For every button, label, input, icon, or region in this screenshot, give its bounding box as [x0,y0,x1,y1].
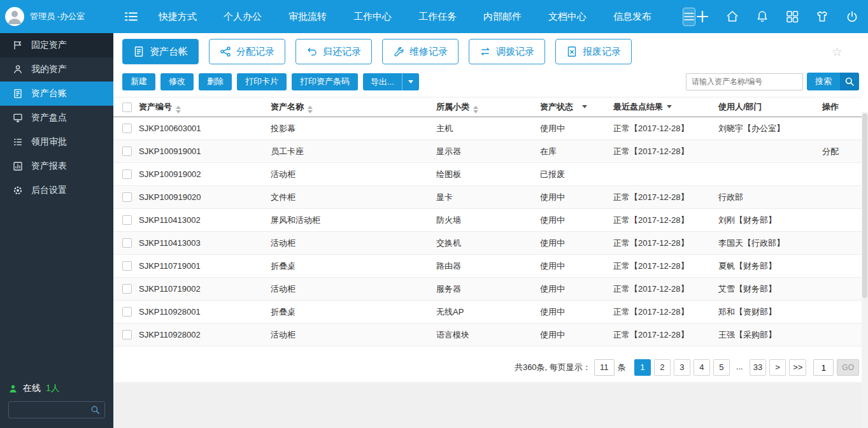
row-checkbox[interactable] [122,215,132,225]
vertical-scrollbar[interactable] [862,112,868,428]
select-all-checkbox[interactable] [122,103,132,112]
row-checkbox[interactable] [122,124,132,133]
sidebar-search-input[interactable] [13,406,90,415]
nav-item-info-publish[interactable]: 信息发布 [600,0,665,33]
online-status[interactable]: 在线 1人 [8,383,105,394]
add-icon[interactable] [695,10,709,24]
page-button-2[interactable]: 2 [654,359,671,376]
theme-shirt-icon[interactable] [815,10,829,24]
row-action[interactable] [818,209,862,232]
table-row[interactable]: SJKP110928002 活动柜 语言模块 使用中 正常【2017-12-28… [113,324,862,346]
row-checkbox[interactable] [122,192,132,202]
row-checkbox[interactable] [122,169,132,179]
edit-button[interactable]: 修改 [160,73,194,90]
sidebar-item-asset-ledger[interactable]: 资产台账 [0,82,113,106]
tab-transfer-records[interactable]: 调拨记录 [469,39,545,64]
row-checkbox[interactable] [122,284,132,294]
sidebar-item-my-assets[interactable]: 我的资产 [0,57,113,82]
page-button-3[interactable]: 3 [674,359,690,376]
page-button-33[interactable]: 33 [750,359,766,376]
row-checkbox[interactable] [122,238,132,248]
row-action[interactable] [818,232,862,255]
table-row[interactable]: SJKP110928001 折叠桌 无线AP 使用中 正常【2017-12-28… [113,301,862,324]
nav-item-work-center[interactable]: 工作中心 [340,0,405,33]
table-row[interactable]: SJKP100919002 活动柜 绘图板 已报废 [113,163,862,186]
hamburger-menu-button[interactable] [683,8,695,26]
row-checkbox[interactable] [122,330,132,339]
go-button[interactable]: GO [837,359,859,376]
new-button[interactable]: 新建 [122,73,155,90]
favorite-star-icon[interactable]: ☆ [832,45,843,59]
bell-icon[interactable] [755,10,769,24]
tab-allocation-records[interactable]: 分配记录 [209,39,285,64]
nav-item-approval-flow[interactable]: 审批流转 [275,0,340,33]
page-button-1[interactable]: 1 [634,359,651,376]
scrollbar-thumb[interactable] [862,113,867,298]
row-checkbox[interactable] [122,146,132,156]
export-dropdown-caret[interactable] [402,73,419,90]
sidebar-item-label: 领用审批 [31,136,67,148]
print-barcode-button[interactable]: 打印资产条码 [292,73,358,90]
sidebar-item-settings[interactable]: 后台设置 [0,178,113,203]
sidebar-search-icon[interactable] [90,405,100,415]
table-row[interactable]: SJKP100603001 投影幕 主机 使用中 正常【2017-12-28】 … [113,117,862,140]
row-action[interactable] [818,163,862,186]
row-action[interactable] [818,117,862,140]
nav-item-personal-office[interactable]: 个人办公 [210,0,275,33]
export-button[interactable]: 导出... [363,73,419,90]
table-row[interactable]: SJKP100919001 员工卡座 显示器 在库 正常【2017-12-28】… [113,140,862,163]
row-action[interactable] [818,301,862,324]
sort-icon[interactable] [308,106,313,113]
sidebar-item-requisition-approval[interactable]: 领用审批 [0,130,113,154]
row-checkbox[interactable] [122,307,132,317]
home-icon[interactable] [725,10,739,24]
print-card-button[interactable]: 打印卡片 [237,73,287,90]
apps-grid-icon[interactable] [785,10,799,24]
sort-icon[interactable] [176,106,181,113]
row-action[interactable] [818,186,862,209]
next-page-button[interactable]: > [769,359,786,376]
tab-asset-ledger[interactable]: 资产台帐 [122,39,199,64]
delete-button[interactable]: 删除 [199,73,232,90]
filter-caret-icon[interactable] [582,105,587,108]
page-size-selector[interactable]: 11 [594,359,615,376]
tab-scrap-records[interactable]: 报废记录 [555,39,632,64]
avatar[interactable] [5,7,24,26]
nav-item-document-center[interactable]: 文档中心 [535,0,600,33]
tab-return-records[interactable]: 归还记录 [295,39,372,64]
table-row[interactable]: SJKP100919020 文件柜 显卡 使用中 正常【2017-12-28】 … [113,186,862,209]
row-action[interactable] [818,278,862,301]
sidebar-item-asset-reports[interactable]: 资产报表 [0,154,113,178]
asset-search-input[interactable] [686,73,803,90]
goto-page-input[interactable] [813,359,834,376]
row-action[interactable] [818,255,862,278]
sidebar-item-asset-inventory[interactable]: 资产盘点 [0,106,113,130]
nav-item-work-tasks[interactable]: 工作任务 [405,0,470,33]
filter-caret-icon[interactable] [667,105,672,108]
row-action-allocate[interactable]: 分配 [818,140,862,163]
menu-list-icon[interactable] [124,10,139,24]
header-category[interactable]: 所属小类 [436,97,540,117]
power-icon[interactable] [845,10,859,24]
nav-item-internal-mail[interactable]: 内部邮件 [470,0,535,33]
nav-item-shortcuts[interactable]: 快捷方式 [145,0,210,33]
header-asset-name[interactable]: 资产名称 [271,97,436,117]
page-button-4[interactable]: 4 [694,359,710,376]
sort-icon[interactable] [473,106,478,113]
header-asset-code[interactable]: 资产编号 [139,97,271,117]
user-area[interactable]: 管理员 -办公室 [0,7,113,26]
header-status[interactable]: 资产状态 [540,97,613,117]
search-icon[interactable] [840,73,859,90]
table-row[interactable]: SJKP110413002 屏风和活动柜 防火墙 使用中 正常【2017-12-… [113,209,862,232]
table-row[interactable]: SJKP110413003 活动柜 交换机 使用中 正常【2017-12-28】… [113,232,862,255]
header-check-result[interactable]: 最近盘点结果 [613,97,718,117]
search-button[interactable]: 搜索 [807,73,859,90]
page-button-5[interactable]: 5 [713,359,730,376]
row-checkbox[interactable] [122,261,132,271]
last-page-button[interactable]: >> [789,359,806,376]
sidebar-item-fixed-assets[interactable]: 固定资产 [0,33,113,57]
table-row[interactable]: SJKP110719002 活动柜 服务器 使用中 正常【2017-12-28】… [113,278,862,301]
row-action[interactable] [818,324,862,346]
tab-repair-records[interactable]: 维修记录 [382,39,459,64]
table-row[interactable]: SJKP110719001 折叠桌 路由器 使用中 正常【2017-12-28】… [113,255,862,278]
